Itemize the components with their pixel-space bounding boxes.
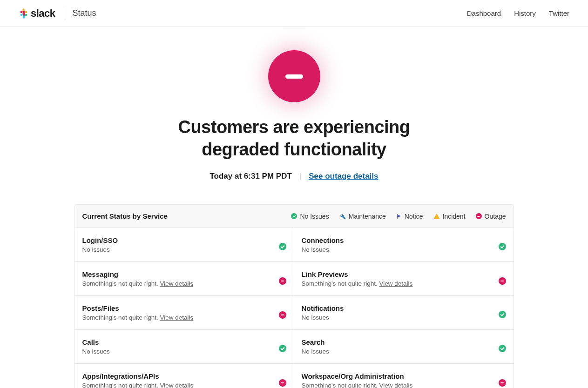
service-info: CallsNo issues bbox=[82, 338, 110, 355]
main-container: Customers are experiencing degraded func… bbox=[65, 27, 523, 388]
service-status-text: Something's not quite right. View detail… bbox=[302, 382, 413, 388]
view-details-link[interactable]: View details bbox=[160, 382, 193, 388]
service-name: Workspace/Org Administration bbox=[302, 372, 413, 380]
service-info: MessagingSomething's not quite right. Vi… bbox=[82, 270, 194, 287]
outage-icon bbox=[476, 213, 482, 219]
wrench-icon bbox=[339, 213, 346, 220]
service-info: Link PreviewsSomething's not quite right… bbox=[302, 270, 413, 287]
legend-item-maint: Maintenance bbox=[339, 213, 386, 220]
hero-separator: | bbox=[299, 172, 301, 181]
service-status-icon bbox=[279, 343, 286, 350]
service-status-icon bbox=[279, 309, 286, 316]
outage-minus-icon bbox=[285, 74, 303, 79]
slack-logo-icon bbox=[19, 8, 29, 19]
status-panel: Current Status by Service No IssuesMaint… bbox=[74, 204, 514, 388]
outage-icon bbox=[279, 379, 286, 387]
legend-label: Maintenance bbox=[349, 213, 386, 220]
service-cell: SearchNo issues bbox=[294, 330, 514, 364]
check-icon bbox=[279, 345, 286, 352]
check-icon bbox=[291, 213, 297, 219]
header-divider bbox=[64, 7, 64, 20]
service-info: Login/SSONo issues bbox=[82, 236, 118, 253]
service-name: Apps/Integrations/APIs bbox=[82, 372, 194, 380]
legend-label: Incident bbox=[443, 213, 466, 220]
service-cell: MessagingSomething's not quite right. Vi… bbox=[75, 262, 294, 296]
view-details-link[interactable]: View details bbox=[160, 280, 193, 287]
service-cell: Link PreviewsSomething's not quite right… bbox=[294, 262, 514, 296]
legend-label: Notice bbox=[405, 213, 423, 220]
service-name: Notifications bbox=[302, 304, 344, 312]
service-info: Posts/FilesSomething's not quite right. … bbox=[82, 304, 194, 321]
view-details-link[interactable]: View details bbox=[379, 280, 412, 287]
status-hero-icon bbox=[268, 50, 320, 102]
service-name: Search bbox=[302, 338, 329, 346]
nav-link-twitter[interactable]: Twitter bbox=[549, 9, 569, 17]
flag-icon bbox=[396, 214, 402, 219]
header: slack Status Dashboard History Twitter bbox=[0, 0, 588, 27]
service-name: Login/SSO bbox=[82, 236, 118, 244]
service-status-icon bbox=[279, 377, 286, 384]
warning-icon bbox=[433, 214, 440, 219]
hero-subline: Today at 6:31 PM PDT | See outage detail… bbox=[74, 172, 514, 181]
view-details-link[interactable]: View details bbox=[379, 382, 412, 388]
service-status-icon bbox=[499, 377, 506, 384]
service-status-text: Something's not quite right. View detail… bbox=[302, 280, 413, 287]
service-status-text: No issues bbox=[302, 348, 329, 355]
hero-timestamp: Today at 6:31 PM PDT bbox=[210, 172, 291, 181]
nav-link-dashboard[interactable]: Dashboard bbox=[467, 9, 501, 17]
nav-link-history[interactable]: History bbox=[514, 9, 536, 17]
service-cell: Workspace/Org AdministrationSomething's … bbox=[294, 364, 514, 388]
panel-title: Current Status by Service bbox=[82, 212, 168, 220]
service-status-icon bbox=[499, 275, 506, 282]
service-status-text: No issues bbox=[302, 246, 344, 253]
outage-icon bbox=[279, 277, 286, 285]
check-icon bbox=[499, 345, 506, 352]
view-details-link[interactable]: View details bbox=[160, 314, 193, 321]
brand-logo[interactable]: slack bbox=[19, 7, 55, 20]
service-info: NotificationsNo issues bbox=[302, 304, 344, 321]
service-status-text: Something's not quite right. View detail… bbox=[82, 280, 194, 287]
service-info: SearchNo issues bbox=[302, 338, 329, 355]
service-status-icon bbox=[499, 343, 506, 350]
service-name: Posts/Files bbox=[82, 304, 194, 312]
service-status-text: Something's not quite right. View detail… bbox=[82, 382, 194, 388]
service-cell: ConnectionsNo issues bbox=[294, 228, 514, 262]
service-name: Calls bbox=[82, 338, 110, 346]
brand-name: slack bbox=[31, 7, 55, 20]
check-icon bbox=[279, 243, 286, 250]
legend-item-incident: Incident bbox=[433, 213, 466, 220]
service-status-text: No issues bbox=[82, 246, 118, 253]
legend-label: No Issues bbox=[300, 213, 329, 220]
service-status-icon bbox=[279, 275, 286, 282]
header-nav: Dashboard History Twitter bbox=[467, 9, 569, 17]
service-cell: CallsNo issues bbox=[75, 330, 294, 364]
hero-title: Customers are experiencing degraded func… bbox=[155, 116, 434, 161]
status-legend: No IssuesMaintenanceNoticeIncidentOutage bbox=[291, 213, 506, 220]
header-left: slack Status bbox=[19, 7, 96, 20]
outage-icon bbox=[279, 311, 286, 319]
service-status-icon bbox=[499, 241, 506, 248]
outage-icon bbox=[499, 379, 506, 387]
outage-icon bbox=[499, 277, 506, 285]
service-status-text: No issues bbox=[82, 348, 110, 355]
hero: Customers are experiencing degraded func… bbox=[74, 27, 514, 181]
legend-item-ok: No Issues bbox=[291, 213, 329, 220]
service-cell: Login/SSONo issues bbox=[75, 228, 294, 262]
service-cell: Apps/Integrations/APIsSomething's not qu… bbox=[75, 364, 294, 388]
legend-item-notice: Notice bbox=[396, 213, 423, 220]
legend-label: Outage bbox=[485, 213, 506, 220]
service-status-text: No issues bbox=[302, 314, 344, 321]
legend-item-outage: Outage bbox=[476, 213, 506, 220]
service-name: Messaging bbox=[82, 270, 194, 278]
check-icon bbox=[499, 311, 506, 318]
service-name: Connections bbox=[302, 236, 344, 244]
service-cell: Posts/FilesSomething's not quite right. … bbox=[75, 296, 294, 330]
service-info: Apps/Integrations/APIsSomething's not qu… bbox=[82, 372, 194, 388]
section-label: Status bbox=[73, 8, 96, 18]
service-status-icon bbox=[499, 309, 506, 316]
service-info: ConnectionsNo issues bbox=[302, 236, 344, 253]
service-name: Link Previews bbox=[302, 270, 413, 278]
see-outage-details-link[interactable]: See outage details bbox=[309, 172, 378, 181]
service-info: Workspace/Org AdministrationSomething's … bbox=[302, 372, 413, 388]
service-status-text: Something's not quite right. View detail… bbox=[82, 314, 194, 321]
